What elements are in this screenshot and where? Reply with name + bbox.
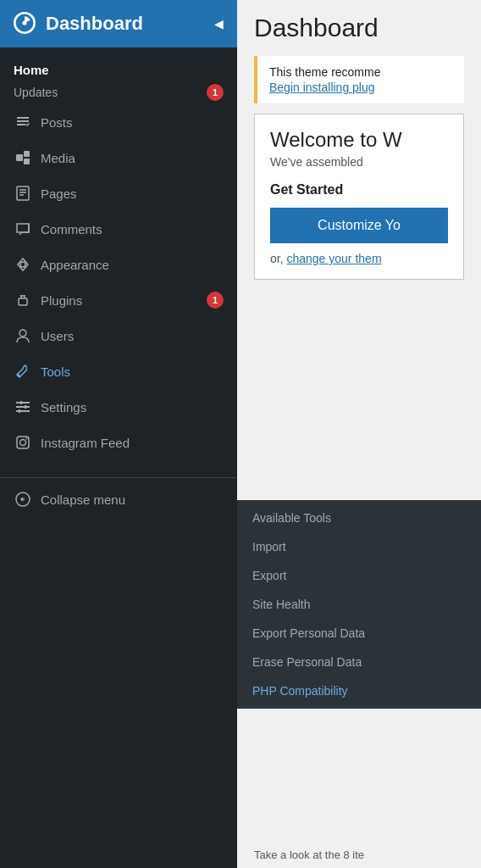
- submenu-available-tools[interactable]: Available Tools: [237, 504, 481, 532]
- svg-rect-15: [16, 410, 30, 412]
- appearance-label: Appearance: [41, 258, 224, 272]
- posts-label: Posts: [41, 115, 224, 130]
- instagram-label: Instagram Feed: [41, 436, 224, 450]
- welcome-subtitle: We've assembled: [270, 155, 448, 169]
- bottom-description: Take a look at the 8 ite: [254, 849, 364, 861]
- main-content: Dashboard This theme recomme Begin insta…: [237, 0, 481, 868]
- collapse-icon: [14, 490, 32, 509]
- pages-icon: [14, 184, 32, 203]
- svg-rect-3: [24, 151, 30, 157]
- notice-text: This theme recomme: [269, 65, 380, 79]
- sidebar-header[interactable]: Dashboard ◀: [0, 0, 237, 47]
- sidebar-item-instagram[interactable]: Instagram Feed: [0, 425, 237, 460]
- instagram-icon: [14, 433, 32, 452]
- submenu-erase-personal-data[interactable]: Erase Personal Data: [237, 648, 481, 676]
- svg-rect-14: [16, 406, 30, 408]
- sidebar-item-home[interactable]: Home: [0, 54, 237, 81]
- sidebar-item-pages[interactable]: Pages: [0, 175, 237, 211]
- svg-point-21: [26, 438, 28, 440]
- sidebar-item-posts[interactable]: Posts: [0, 104, 237, 140]
- dashboard-icon: [14, 12, 37, 36]
- svg-rect-16: [20, 401, 22, 404]
- tools-icon: [14, 362, 32, 381]
- sidebar-item-users[interactable]: Users: [0, 318, 237, 353]
- media-icon: [14, 148, 32, 167]
- sidebar-item-updates[interactable]: Updates 1: [0, 81, 237, 104]
- svg-point-12: [18, 375, 20, 377]
- svg-rect-4: [24, 159, 30, 164]
- svg-point-1: [22, 20, 26, 25]
- bottom-text: Take a look at the 8 ite: [237, 842, 481, 868]
- settings-icon: [14, 398, 32, 416]
- theme-notice: This theme recomme Begin installing plug: [254, 56, 464, 103]
- welcome-panel: Welcome to W We've assembled Get Started…: [254, 114, 464, 280]
- updates-badge: 1: [207, 84, 224, 101]
- sidebar: Dashboard ◀ Home Updates 1 Posts: [0, 0, 237, 868]
- sidebar-arrow-icon: ◀: [214, 17, 224, 31]
- appearance-icon: [14, 255, 32, 274]
- sidebar-item-settings[interactable]: Settings: [0, 389, 237, 425]
- sidebar-item-plugins[interactable]: Plugins 1: [0, 282, 237, 318]
- svg-rect-17: [25, 405, 26, 409]
- svg-point-20: [20, 440, 26, 446]
- svg-rect-10: [19, 298, 27, 305]
- submenu-import[interactable]: Import: [237, 532, 481, 561]
- submenu-php-compatibility[interactable]: PHP Compatibility: [237, 676, 481, 705]
- customize-button[interactable]: Customize Yo: [270, 208, 448, 243]
- sidebar-item-comments[interactable]: Comments: [0, 211, 237, 247]
- sidebar-item-appearance[interactable]: Appearance: [0, 247, 237, 282]
- submenu-site-health[interactable]: Site Health: [237, 590, 481, 619]
- collapse-label: Collapse menu: [41, 492, 224, 507]
- users-label: Users: [41, 329, 224, 343]
- or-text: or,: [270, 252, 284, 265]
- sidebar-nav: Home Updates 1 Posts: [0, 47, 237, 868]
- svg-point-11: [19, 330, 26, 337]
- collapse-menu-item[interactable]: Collapse menu: [0, 477, 237, 517]
- main-header: Dashboard: [237, 0, 481, 49]
- svg-rect-5: [17, 186, 29, 200]
- plugins-label: Plugins: [41, 293, 198, 308]
- posts-icon: [14, 113, 32, 131]
- comments-label: Comments: [41, 222, 224, 236]
- tools-label: Tools: [41, 364, 224, 379]
- svg-rect-13: [16, 402, 30, 403]
- change-theme-link[interactable]: change your them: [286, 252, 381, 265]
- sidebar-item-tools[interactable]: Tools: [0, 353, 237, 389]
- begin-installing-link[interactable]: Begin installing plug: [269, 81, 375, 94]
- comments-icon: [14, 220, 32, 238]
- plugins-icon: [14, 291, 32, 309]
- sidebar-item-media[interactable]: Media: [0, 140, 237, 175]
- svg-rect-18: [19, 409, 20, 413]
- sidebar-title: Dashboard: [46, 13, 143, 35]
- users-icon: [14, 326, 32, 345]
- submenu-export[interactable]: Export: [237, 561, 481, 590]
- svg-rect-2: [16, 154, 23, 161]
- tools-submenu: Available Tools Import Export Site Healt…: [237, 500, 481, 709]
- media-label: Media: [41, 151, 224, 165]
- or-line: or, change your them: [270, 252, 448, 265]
- settings-label: Settings: [41, 400, 224, 415]
- plugins-badge: 1: [207, 292, 224, 309]
- page-title: Dashboard: [254, 14, 464, 42]
- welcome-title: Welcome to W: [270, 128, 448, 152]
- submenu-export-personal-data[interactable]: Export Personal Data: [237, 619, 481, 648]
- pages-label: Pages: [41, 186, 224, 201]
- svg-point-9: [20, 262, 25, 267]
- get-started-label: Get Started: [270, 182, 448, 198]
